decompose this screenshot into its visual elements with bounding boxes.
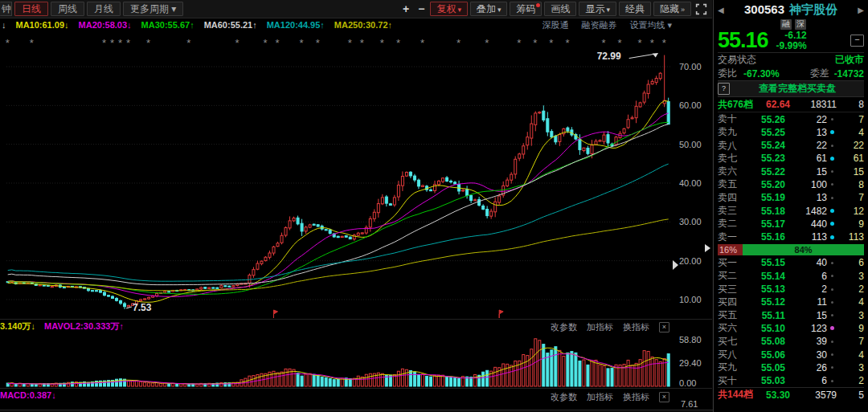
sell-ratio: 16% (718, 244, 743, 255)
level-price: 55.11 (743, 310, 785, 321)
ex-rights-flag-icon (274, 310, 278, 318)
sell-row[interactable]: 卖二55.174409 (718, 217, 864, 230)
weibi-row: 委比 -67.30% 委差 -14732 (718, 67, 864, 80)
sell-row[interactable]: 卖十55.26227 (718, 112, 864, 125)
sell-row[interactable]: 卖三55.18148212 (718, 204, 864, 217)
level-dot (827, 222, 837, 226)
view-full-book-row[interactable]: ? 查看完整档买卖盘 (718, 80, 864, 97)
prev-stock-icon[interactable]: ◀ (718, 6, 724, 14)
level-price: 55.23 (743, 153, 785, 164)
volume-axis-label: 58.80 (679, 335, 702, 345)
gray-dot (831, 301, 833, 304)
level-count: 4 (837, 296, 864, 308)
event-marker-icon: * (30, 37, 34, 49)
gray-dot (831, 341, 833, 343)
event-marker-icon: * (235, 37, 239, 49)
buy-row[interactable]: 买六55.101239 (718, 321, 864, 334)
level-dot (827, 326, 837, 330)
buy-row[interactable]: 买八55.06304 (718, 348, 864, 361)
level-dot (827, 197, 837, 199)
sell-row[interactable]: 卖六55.221515 (718, 165, 864, 177)
cyan-dot (830, 222, 834, 226)
level-price: 55.16 (743, 231, 785, 243)
event-marker-icon: * (533, 37, 537, 49)
level-dot (827, 118, 837, 120)
buy-row[interactable]: 买四55.12114 (718, 296, 864, 308)
level-volume: 39 (785, 336, 827, 347)
buy-row[interactable]: 买五55.11153 (718, 308, 864, 321)
level-count: 2 (837, 375, 864, 386)
buy-row[interactable]: 买二55.1463 (718, 269, 864, 282)
level-count: 6 (837, 257, 864, 268)
level-count: 7 (837, 336, 864, 347)
price-axis-label: 70.00 (679, 62, 702, 71)
event-marker-icon: * (457, 37, 461, 49)
level-label: 卖二 (718, 217, 743, 230)
level-count: 113 (837, 231, 864, 243)
low-annotation: 7.53 (133, 302, 152, 313)
help-icon[interactable]: ? (718, 83, 730, 95)
buy-row[interactable]: 买一55.15406 (718, 256, 864, 269)
macd-link-加指标[interactable]: 加指标 (587, 391, 613, 403)
level-price: 55.26 (743, 114, 785, 125)
sell-row[interactable]: 卖四55.19137 (718, 191, 864, 204)
price-axis-label: 10.00 (679, 295, 702, 304)
next-stock-icon[interactable]: ▶ (858, 6, 864, 14)
buy-row[interactable]: 买九55.05263 (718, 361, 864, 373)
pane-divider[interactable] (0, 319, 712, 320)
buy-summary-row: 共144档 53.30 3579 5 (718, 387, 864, 402)
level-price: 55.15 (743, 257, 785, 268)
event-marker-icon: * (360, 37, 364, 49)
level-price: 55.25 (743, 127, 785, 138)
level-label: 买十 (718, 374, 743, 388)
sell-row[interactable]: 卖八55.242222 (718, 139, 864, 152)
cyan-dot (830, 235, 834, 239)
view-full-book-link[interactable]: 查看完整档买卖盘 (731, 82, 864, 96)
event-marker-icon: * (146, 37, 150, 49)
volume-link-改参数[interactable]: 改参数 (551, 321, 577, 333)
ma-line-MA10 (8, 101, 669, 303)
level-price: 55.24 (743, 140, 785, 151)
macd-link-换指标[interactable]: 换指标 (623, 391, 649, 403)
candles (6, 55, 669, 309)
macd-link-改参数[interactable]: 改参数 (551, 391, 577, 403)
level-dot (827, 262, 837, 264)
panel-collapse-arrow[interactable] (705, 244, 710, 252)
mavol-line-MAVOL1 (8, 348, 669, 384)
minimize-panel-button[interactable]: − (850, 35, 864, 47)
sell-row[interactable]: 卖九55.25134 (718, 125, 864, 138)
level-dot (827, 235, 837, 239)
level-dot (827, 314, 837, 316)
close-volume-pane-icon[interactable]: × (659, 322, 669, 332)
level-price: 55.18 (743, 206, 785, 217)
ma-line-MA60 (8, 124, 669, 285)
event-marker-icon: * (517, 37, 521, 49)
level-dot (827, 145, 837, 147)
pane-resize-arrow (673, 260, 678, 270)
volume-link-加指标[interactable]: 加指标 (587, 321, 613, 333)
level-dot (827, 157, 837, 161)
price-axis-label: 30.00 (679, 217, 702, 226)
buy-row[interactable]: 买十55.0362 (718, 374, 864, 387)
candlestick-chart[interactable]: *****************************70.0060.005… (0, 0, 712, 412)
sell-row[interactable]: 卖五55.201008 (718, 177, 864, 190)
level-count: 22 (837, 140, 864, 151)
level-volume: 22 (785, 114, 827, 125)
buy-order-book: 买一55.15406买二55.1463买三55.1322买四55.12114买五… (718, 256, 864, 387)
ma-line-MA30 (8, 122, 669, 294)
event-marker-icon: * (601, 37, 605, 49)
pane-divider[interactable] (0, 388, 712, 389)
close-macd-pane-icon[interactable]: × (659, 392, 669, 402)
level-label: 买六 (718, 321, 743, 335)
quote-panel: ◀ 300563 神宇股份 ▶ 融深 55.16 -6.12 -9.99% − … (713, 0, 868, 412)
volume-link-换指标[interactable]: 换指标 (623, 321, 649, 333)
event-marker-icon: * (316, 37, 320, 49)
level-label: 买三 (718, 283, 743, 296)
sell-row[interactable]: 卖一55.16113113 (718, 230, 864, 243)
sell-row[interactable]: 卖七55.236161 (718, 152, 864, 165)
buy-row[interactable]: 买三55.1322 (718, 283, 864, 296)
buy-row[interactable]: 买七55.08397 (718, 335, 864, 348)
price-axis-label: 50.00 (679, 140, 702, 149)
stock-title: 300563 神宇股份 (744, 2, 837, 18)
level-price: 55.10 (743, 323, 785, 334)
